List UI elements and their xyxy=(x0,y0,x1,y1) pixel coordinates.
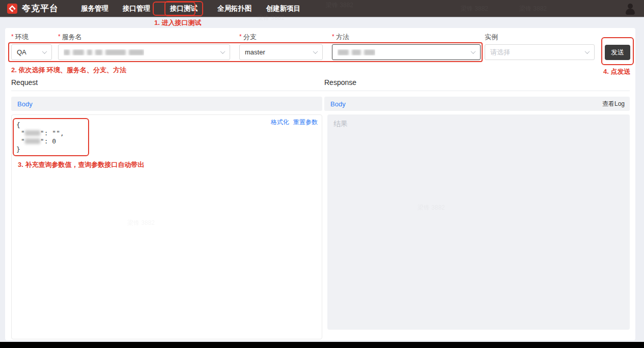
chevron-down-icon xyxy=(585,49,590,54)
nav-right xyxy=(625,4,636,14)
editor-actions: 格式化 重置参数 xyxy=(271,118,318,127)
view-log-link[interactable]: 查看Log xyxy=(602,100,625,108)
response-tab-body[interactable]: Body xyxy=(330,100,346,108)
annotation-step3: 3. 补充查询参数值，查询参数接口自动带出 xyxy=(18,160,144,169)
method-label: *方法 xyxy=(332,33,349,42)
required-marker: * xyxy=(11,33,14,40)
chevron-down-icon xyxy=(42,49,47,54)
service-select[interactable] xyxy=(58,44,230,60)
branch-select[interactable]: master xyxy=(239,44,323,60)
send-button[interactable]: 发送 xyxy=(605,45,630,60)
json-line: "": "", xyxy=(16,129,64,137)
redacted-service-name xyxy=(64,49,144,55)
required-marker: * xyxy=(239,33,242,40)
request-tab-body[interactable]: Body xyxy=(17,100,33,108)
request-tab-bar: Body xyxy=(11,97,322,111)
quark-logo-icon[interactable] xyxy=(7,4,17,14)
redacted-json-key xyxy=(25,130,40,136)
method-select[interactable] xyxy=(332,44,481,60)
brand-title[interactable]: 夸克平台 xyxy=(22,3,59,14)
chevron-down-icon xyxy=(313,49,318,54)
redacted-json-key xyxy=(25,138,40,144)
required-marker: * xyxy=(332,33,334,40)
chevron-down-icon xyxy=(471,49,476,54)
request-body-editor[interactable]: 格式化 重置参数 { "": "", "": 0 } xyxy=(11,114,322,339)
page: 夸克平台 服务管理 接口管理 接口测试 全局拓扑图 创建新项目 梁锋 3882 … xyxy=(0,0,644,348)
nav-menu: 服务管理 接口管理 接口测试 全局拓扑图 创建新项目 xyxy=(81,1,300,16)
letterbox-bar xyxy=(0,342,644,348)
instance-label: 实例 xyxy=(485,33,498,42)
response-tab-bar: Body 查看Log xyxy=(324,97,630,111)
branch-select-value: master xyxy=(245,48,265,56)
json-line: "": 0 xyxy=(16,137,64,146)
format-link[interactable]: 格式化 xyxy=(271,118,289,127)
user-avatar-icon[interactable] xyxy=(625,4,636,14)
env-select-value: QA xyxy=(17,48,26,56)
nav-item-service-mgmt[interactable]: 服务管理 xyxy=(81,2,108,16)
instance-select-placeholder: 请选择 xyxy=(490,48,510,57)
nav-item-api-mgmt[interactable]: 接口管理 xyxy=(123,2,150,16)
response-panel-title: Response xyxy=(324,78,356,86)
reset-params-link[interactable]: 重置参数 xyxy=(293,118,318,127)
instance-select[interactable]: 请选择 xyxy=(485,44,595,60)
env-select[interactable]: QA xyxy=(11,44,52,60)
request-panel-title: Request xyxy=(11,78,38,86)
redacted-method-name xyxy=(338,49,375,55)
nav-item-new-project[interactable]: 创建新项目 xyxy=(266,2,301,16)
env-label: *环境 xyxy=(11,33,29,42)
nav-item-topology[interactable]: 全局拓扑图 xyxy=(217,2,252,16)
logo-glyph xyxy=(9,5,16,12)
response-placeholder: 结果 xyxy=(333,120,348,129)
chevron-down-icon xyxy=(220,49,226,54)
service-label: *服务名 xyxy=(58,33,82,42)
json-line: { xyxy=(16,121,64,129)
annotation-step2: 2. 依次选择 环境、服务名、分支、方法 xyxy=(11,66,126,75)
top-nav: 夸克平台 服务管理 接口管理 接口测试 全局拓扑图 创建新项目 xyxy=(0,0,644,17)
panel-divider xyxy=(11,91,630,91)
required-marker: * xyxy=(58,33,61,40)
annotation-step1: 1. 进入接口测试 xyxy=(154,18,201,27)
request-json-content: { "": "", "": 0 } xyxy=(16,121,64,154)
json-line: } xyxy=(16,146,64,154)
nav-item-api-test[interactable]: 接口测试 xyxy=(164,1,203,16)
response-result-area: 结果 xyxy=(327,114,630,330)
branch-label: *分支 xyxy=(239,33,257,42)
annotation-step4: 4. 点发送 xyxy=(603,67,630,76)
